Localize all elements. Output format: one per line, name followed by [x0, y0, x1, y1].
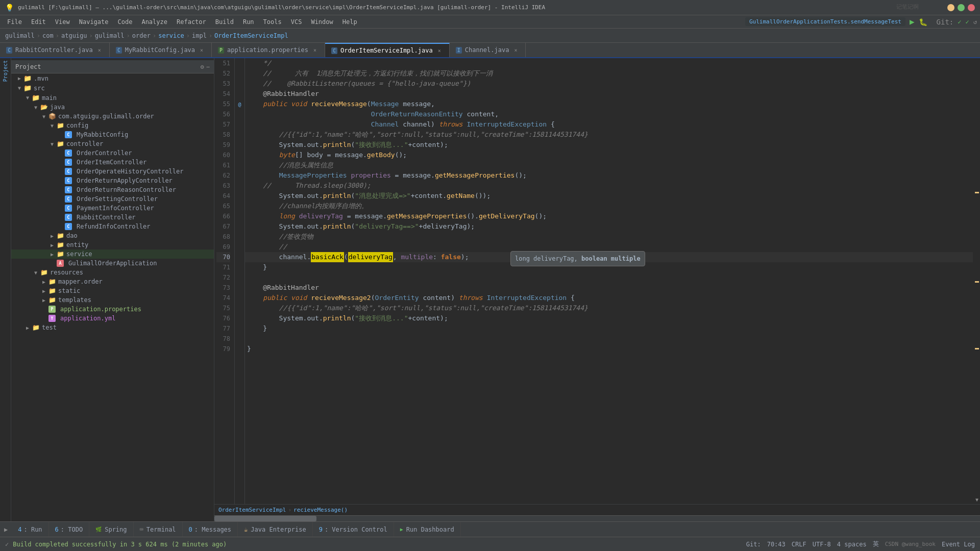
menu-help[interactable]: Help — [338, 17, 361, 27]
tree-java[interactable]: ▼ 📂 java — [11, 103, 214, 112]
tree-app[interactable]: ▶ A GulimallOrderApplication — [11, 259, 214, 268]
tab-close-rabbit[interactable]: × — [96, 46, 103, 54]
menu-run[interactable]: Run — [239, 17, 258, 27]
line-num-76: 76 — [216, 313, 230, 323]
tree-refundinfo[interactable]: ▶ C RefundInfoController — [11, 222, 214, 231]
tree-test[interactable]: ▶ 📁 test — [11, 323, 214, 332]
ed-bc-classname[interactable]: OrderItemServiceImpl — [218, 507, 286, 513]
tab-close-props[interactable]: × — [311, 46, 318, 54]
tree-orderreturnreason[interactable]: ▶ C OrderReturnReasonController — [11, 185, 214, 194]
tab-close-order[interactable]: × — [436, 47, 443, 54]
menu-vcs[interactable]: VCS — [287, 17, 306, 27]
run-config-label[interactable]: GulimallOrderApplicationTests.sendMessag… — [745, 17, 905, 26]
bottom-tab-terminal[interactable]: ⌨ Terminal — [134, 522, 183, 537]
tree-static[interactable]: ▶ 📁 static — [11, 286, 214, 295]
tree-paymentinfo[interactable]: ▶ C PaymentInfoController — [11, 204, 214, 213]
status-build-icon[interactable]: ✓ — [5, 541, 9, 548]
status-lang[interactable]: 英 — [873, 540, 879, 548]
sidebar-gear-icon[interactable]: ⚙ — [201, 63, 204, 70]
tree-rabbitctrl[interactable]: ▶ C RabbitController — [11, 213, 214, 222]
status-git[interactable]: Git: — [746, 541, 761, 548]
spring-icon: 🌿 — [95, 527, 102, 532]
close-button[interactable] — [968, 4, 975, 11]
project-tab[interactable]: Project — [3, 60, 8, 82]
code-line-75: //{{"id":1,"name":"哈哈","sort":null,"stat… — [245, 303, 973, 313]
menu-file[interactable]: File — [3, 17, 26, 27]
tree-app-props[interactable]: ▶ P application.properties — [11, 305, 214, 314]
h-scrollbar[interactable] — [214, 515, 980, 521]
bottom-tab-messages[interactable]: 0 : Messages — [183, 522, 238, 537]
menu-navigate[interactable]: Navigate — [75, 17, 113, 27]
bc-impl[interactable]: impl — [192, 32, 207, 39]
menu-view[interactable]: View — [51, 17, 74, 27]
bottom-tab-javaee[interactable]: ☕ Java Enterprise — [238, 522, 313, 537]
menu-build[interactable]: Build — [211, 17, 238, 27]
scroll-indicator[interactable]: ▼ — [975, 497, 979, 502]
debug-button[interactable]: 🐛 — [919, 18, 927, 26]
status-linesep[interactable]: CRLF — [792, 541, 806, 548]
bc-atguigu[interactable]: atguigu — [61, 32, 87, 39]
folder-icon-java: 📂 — [40, 104, 48, 111]
bottom-tab-run[interactable]: 4 : Run — [12, 522, 48, 537]
tab-orderitemserviceimpl[interactable]: C OrderItemServiceImpl.java × — [325, 43, 450, 57]
tree-dao[interactable]: ▶ 📁 dao — [11, 231, 214, 240]
event-log[interactable]: Event Log — [942, 541, 975, 548]
menu-tools[interactable]: Tools — [259, 17, 286, 27]
tree-resources[interactable]: ▼ 📁 resources — [11, 268, 214, 277]
menu-refactor[interactable]: Refactor — [173, 17, 210, 27]
tree-controller[interactable]: ▼ 📁 controller — [11, 139, 214, 148]
tree-app-yml[interactable]: ▶ Y application.yml — [11, 314, 214, 323]
status-indent[interactable]: 4 spaces — [837, 541, 867, 548]
tree-src[interactable]: ▼ 📁 src — [11, 83, 214, 93]
minimize-button[interactable] — [947, 4, 954, 11]
tab-label-order: OrderItemServiceImpl.java — [340, 47, 433, 54]
bc-gulimall2[interactable]: gulimall — [95, 32, 125, 39]
tab-close-config[interactable]: × — [198, 46, 205, 54]
tree-orderctrl[interactable]: ▶ C OrderController — [11, 148, 214, 158]
tree-mapper[interactable]: ▶ 📁 mapper.order — [11, 277, 214, 286]
tree-orderitemctrl[interactable]: ▶ C OrderItemController — [11, 158, 214, 167]
tree-ordersetting[interactable]: ▶ C OrderSettingController — [11, 194, 214, 204]
tree-service[interactable]: ▶ 📁 service — [11, 249, 214, 259]
sidebar-collapse-icon[interactable]: − — [206, 63, 210, 70]
git-undo[interactable]: ↺ — [973, 18, 977, 26]
bottom-tab-vcs[interactable]: 9 : Version Control — [313, 522, 394, 537]
menu-analyze[interactable]: Analyze — [137, 17, 172, 27]
tree-entity[interactable]: ▶ 📁 entity — [11, 240, 214, 249]
code-content[interactable]: */ // 六有 1消息先丌处理元，方返幻行结束，找们就可以接收到下一消 // … — [245, 58, 973, 504]
tree-orderreturn[interactable]: ▶ C OrderReturnApplyController — [11, 176, 214, 185]
ed-bc-method[interactable]: recieveMessage() — [293, 507, 348, 513]
tree-orderoperate[interactable]: ▶ C OrderOperateHistoryController — [11, 167, 214, 176]
tree-label-app: GulimallOrderApplication — [68, 260, 157, 267]
tree-myrabbit[interactable]: ▶ C MyRabbitConfig — [11, 130, 214, 139]
code-editor[interactable]: 51 52 53 54 55 56 57 58 59 60 61 62 63 6… — [214, 58, 980, 504]
bc-classname[interactable]: OrderItemServiceImpl — [214, 32, 288, 39]
bc-service[interactable]: service — [158, 32, 184, 39]
tab-application-properties[interactable]: P application.properties × — [212, 43, 325, 57]
maximize-button[interactable] — [958, 4, 965, 11]
status-position[interactable]: 70:43 — [767, 541, 786, 548]
git-indicator[interactable]: Git: — [937, 18, 954, 26]
tree-templates[interactable]: ▶ 📁 templates — [11, 295, 214, 305]
bottom-tab-rundash[interactable]: ▶ Run Dashboard — [394, 522, 461, 537]
tab-close-channel[interactable]: × — [512, 46, 519, 54]
tab-channel[interactable]: I Channel.java × — [450, 43, 526, 57]
bc-com[interactable]: com — [42, 32, 54, 39]
menu-window[interactable]: Window — [307, 17, 337, 27]
tab-myrabbitconfig[interactable]: C MyRabbitConfig.java × — [110, 43, 212, 57]
bc-order[interactable]: order — [132, 32, 151, 39]
status-encoding[interactable]: UTF-8 — [813, 541, 831, 548]
bottom-tab-todo[interactable]: 6 : TODO — [49, 522, 90, 537]
menu-code[interactable]: Code — [114, 17, 137, 27]
tree-main[interactable]: ▼ 📁 main — [11, 93, 214, 103]
run-icon[interactable]: ▶ — [0, 522, 12, 537]
tree-mvn[interactable]: ▶ 📁 .mvn — [11, 73, 214, 83]
bc-gulimall[interactable]: gulimall — [5, 32, 35, 39]
tree-config[interactable]: ▼ 📁 config — [11, 121, 214, 130]
menu-edit[interactable]: Edit — [27, 17, 50, 27]
tab-rabbitcontroller[interactable]: C RabbitController.java × — [0, 43, 110, 57]
run-button[interactable]: ▶ — [910, 17, 915, 27]
tree-package[interactable]: ▼ 📦 com.atguigu.gulimall.order — [11, 112, 214, 121]
bottom-tab-spring[interactable]: 🌿 Spring — [89, 522, 133, 537]
h-scroll-thumb[interactable] — [214, 516, 316, 521]
